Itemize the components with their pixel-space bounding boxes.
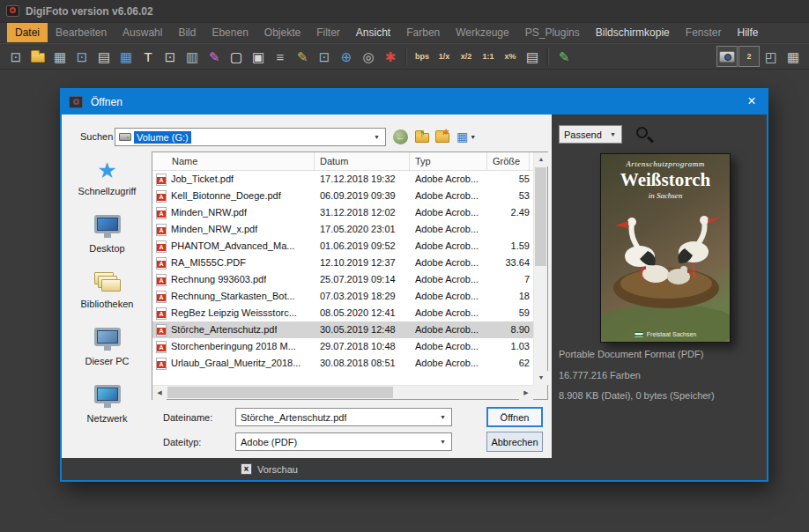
vertical-scroll-thumb[interactable] [535, 167, 546, 266]
magnifier-icon[interactable] [636, 127, 648, 138]
chevron-down-icon[interactable]: ▼ [606, 131, 620, 137]
pen-plus-icon-glyph: ✎ [559, 50, 570, 63]
monitor-icon[interactable]: ⊡ [160, 46, 181, 67]
file-date: 25.07.2019 09:14 [320, 271, 408, 288]
blank-page-icon[interactable]: ▢ [226, 46, 247, 67]
scale-percent-icon[interactable]: x% [500, 46, 521, 67]
dialog-title-bar[interactable]: Öffnen × [62, 90, 767, 115]
open-file-icon[interactable] [27, 46, 48, 67]
column-header-datum[interactable]: Datum [315, 152, 410, 171]
paste-icon-glyph: ▤ [98, 50, 110, 63]
scale-x2-icon[interactable]: x/2 [456, 46, 477, 67]
folder-icon [31, 53, 45, 63]
close-icon[interactable]: × [737, 90, 767, 115]
grid-icon[interactable]: ▦ [115, 46, 137, 67]
file-row-selected[interactable]: AStörche_Artenschutz.pdf30.05.2019 12:48… [152, 321, 533, 338]
camera-capture-icon[interactable] [716, 46, 738, 67]
menu-ps-plugins[interactable]: PS_Plugins [517, 23, 588, 42]
menu-ebenen[interactable]: Ebenen [204, 23, 256, 42]
scroll-up-icon[interactable]: ▲ [534, 152, 548, 166]
menu-farben[interactable]: Farben [398, 23, 448, 42]
file-name: RA_MI555C.PDF [171, 255, 246, 271]
scale-1-1-icon[interactable]: 1:1 [478, 46, 499, 67]
menu-objekte[interactable]: Objekte [256, 23, 308, 42]
scale-1x-icon[interactable]: 1/x [434, 46, 455, 67]
file-row[interactable]: ARechnung_Starkasten_Bot...07.03.2019 18… [152, 288, 533, 305]
column-header-typ[interactable]: Typ [410, 152, 487, 171]
zoom-mode-combobox[interactable]: Passend ▼ [559, 125, 622, 144]
menu-fenster[interactable]: Fenster [678, 23, 730, 42]
filename-combobox[interactable]: Störche_Artenschutz.pdf ▼ [235, 408, 452, 426]
sidebar-item-bibliotheken[interactable]: Bibliotheken [65, 270, 149, 312]
menu-werkzeuge[interactable]: Werkzeuge [448, 23, 516, 42]
chevron-down-icon[interactable]: ▼ [436, 439, 449, 445]
vertical-scrollbar[interactable]: ▲ ▼ [533, 152, 547, 385]
text-tool-icon[interactable]: T [137, 46, 159, 67]
tile-windows-icon[interactable]: ▦ [783, 46, 804, 67]
monitor-photo-icon[interactable]: ⊡ [314, 46, 335, 67]
menu-bild[interactable]: Bild [170, 23, 204, 42]
sidebar-item-schnellzugriff[interactable]: ★Schnellzugriff [65, 157, 149, 199]
menu-ansicht[interactable]: Ansicht [348, 23, 398, 42]
view-menu-button[interactable]: ▦ ▼ [453, 128, 479, 145]
menu-hilfe[interactable]: Hilfe [729, 23, 766, 42]
paste-icon[interactable]: ▤ [93, 46, 115, 67]
file-row[interactable]: ARechnung 993603.pdf25.07.2019 09:14Adob… [152, 271, 533, 288]
sidebar-item-netzwerk[interactable]: Netzwerk [65, 382, 149, 426]
sidebar-item-desktop[interactable]: Desktop [65, 212, 149, 256]
file-row[interactable]: AUrlaub_Graal_Mueritz_2018...30.08.2018 … [152, 355, 533, 372]
horizontal-scroll-thumb[interactable] [167, 387, 393, 398]
preview-checkbox[interactable]: × Vorschau [241, 463, 298, 475]
screen-capture-icon[interactable]: ⊡ [71, 46, 93, 67]
new-image-icon[interactable]: ⊡ [5, 46, 26, 67]
scroll-right-icon[interactable]: ▶ [519, 386, 533, 400]
column-header-name[interactable]: Name [152, 152, 315, 171]
pen-plus-icon[interactable]: ✎ [553, 46, 575, 67]
scroll-left-icon[interactable]: ◀ [152, 386, 167, 400]
file-size: 18 [484, 288, 530, 305]
file-row[interactable]: ARegBez Leipzig Weissstorc...08.05.2020 … [152, 305, 533, 321]
pen-icon[interactable]: ✎ [204, 46, 225, 67]
pdf-file-icon: A [156, 358, 167, 370]
file-row[interactable]: APHANTOM_Advanced_Ma...01.06.2019 09:52A… [152, 238, 533, 255]
bps-icon[interactable]: bps [412, 46, 433, 67]
copy-page-icon[interactable]: ▣ [248, 46, 269, 67]
checkbox-checked-icon[interactable]: × [241, 463, 252, 475]
chevron-down-icon[interactable]: ▼ [436, 414, 449, 420]
column-header-gr-e[interactable]: Größe [487, 152, 530, 171]
menu-datei[interactable]: Datei [7, 23, 48, 42]
file-row[interactable]: AKell_Biotonne_Doege.pdf06.09.2019 09:39… [152, 188, 533, 204]
web-globe-icon[interactable]: ⊕ [336, 46, 357, 67]
sidebar-item-dieser-pc[interactable]: Dieser PC [65, 325, 149, 369]
magnifier-tool-icon[interactable]: ◎ [358, 46, 379, 67]
menu-filter[interactable]: Filter [308, 23, 348, 42]
annotate-pen-icon[interactable]: ✎ [292, 46, 313, 67]
open-button[interactable]: Öffnen [486, 407, 543, 427]
look-in-combobox[interactable]: Volume (G:) ▼ [115, 128, 386, 146]
cascade-windows-icon[interactable]: ◰ [761, 46, 782, 67]
star-icon: ★ [97, 159, 116, 181]
new-folder-button[interactable]: ✱ [433, 128, 451, 145]
file-row[interactable]: AMinden_NRW_x.pdf17.05.2020 23:01Adobe A… [152, 221, 533, 238]
page-format-icon[interactable]: ▤ [522, 46, 543, 67]
chevron-down-icon[interactable]: ▼ [370, 134, 383, 140]
back-button[interactable]: ← [391, 128, 410, 145]
page-stack-icon[interactable]: ≡ [270, 46, 291, 67]
horizontal-scrollbar[interactable]: ◀ ▶ [152, 385, 533, 399]
menu-bildschirmkopie[interactable]: Bildschirmkopie [588, 23, 678, 42]
film-strip-icon[interactable]: ▥ [182, 46, 203, 67]
up-one-level-button[interactable]: ↑ [412, 128, 431, 145]
cancel-button[interactable]: Abbrechen [486, 432, 543, 452]
file-date: 31.12.2018 12:02 [320, 204, 408, 221]
scroll-down-icon[interactable]: ▼ [534, 371, 548, 385]
filetype-combobox[interactable]: Adobe (PDF) ▼ [235, 432, 452, 451]
dual-screen-icon[interactable]: 2 [738, 46, 760, 67]
menu-auswahl[interactable]: Auswahl [115, 23, 170, 42]
menu-bearbeiten[interactable]: Bearbeiten [48, 23, 115, 42]
file-row[interactable]: ARA_MI555C.PDF12.10.2019 12:37Adobe Acro… [152, 255, 533, 271]
file-row[interactable]: AJob_Ticket.pdf17.12.2018 19:32Adobe Acr… [152, 171, 533, 188]
file-row[interactable]: AStorchenberingung 2018 M...29.07.2018 1… [152, 338, 533, 355]
file-row[interactable]: AMinden_NRW.pdf31.12.2018 12:02Adobe Acr… [152, 204, 533, 221]
swirl-brush-icon[interactable]: ✱ [380, 46, 401, 67]
save-image-icon[interactable]: ▦ [49, 46, 71, 67]
